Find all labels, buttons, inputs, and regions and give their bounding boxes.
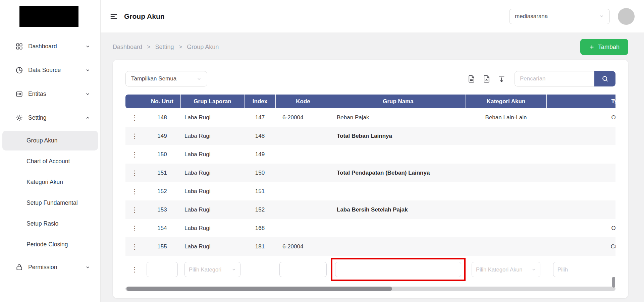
data-card: Tampilkan Semua	[113, 60, 628, 298]
annotation-highlight-box	[331, 258, 466, 281]
cell-grup_laporan: Laba Rugi	[180, 237, 245, 256]
form-index-cell	[245, 256, 275, 283]
menu-toggle-icon[interactable]	[109, 12, 118, 21]
cell-grup_laporan: Laba Rugi	[180, 182, 245, 200]
form-kategori-akun-select[interactable]: Pilih Kategori Akun	[472, 262, 540, 277]
horizontal-scrollbar[interactable]	[125, 287, 615, 291]
sidebar-item-label: Setting	[28, 114, 85, 121]
cell-type	[546, 145, 615, 164]
form-type-select[interactable]: Pilih	[553, 262, 615, 277]
breadcrumb-item-setting[interactable]: Setting	[155, 44, 174, 51]
row-menu-icon[interactable]: ⋮	[129, 168, 140, 178]
cell-grup_laporan: Laba Rugi	[180, 127, 245, 145]
row-actions-cell: ⋮	[125, 219, 144, 237]
row-menu-icon[interactable]: ⋮	[129, 187, 140, 196]
cell-kode	[275, 145, 331, 164]
cell-grup_nama	[331, 182, 466, 200]
col-grup-laporan: Grup Laporan	[180, 95, 245, 108]
sidebar-item-data-source[interactable]: Data Source	[0, 58, 100, 82]
form-no-urut-input[interactable]	[147, 262, 178, 277]
cell-index: 168	[245, 219, 275, 237]
cell-index: 181	[245, 237, 275, 256]
sidebar-item-permission[interactable]: Permission	[0, 255, 100, 279]
row-actions-cell: ⋮	[125, 127, 144, 145]
horizontal-scrollbar-thumb[interactable]	[126, 287, 392, 291]
form-grup-nama-input[interactable]	[335, 262, 461, 277]
cell-kode: 6-20004	[275, 108, 331, 127]
search-button[interactable]	[594, 71, 615, 86]
sidebar-item-label: Permission	[28, 264, 85, 271]
search-input[interactable]	[515, 71, 594, 86]
row-menu-icon[interactable]: ⋮	[129, 265, 140, 274]
cell-grup_nama	[331, 237, 466, 256]
cell-grup_nama: Laba Bersih Setelah Pajak	[331, 200, 466, 219]
row-menu-icon[interactable]: ⋮	[129, 224, 140, 233]
sidebar-item-setting[interactable]: Setting	[0, 106, 100, 130]
new-entry-form-row: ⋮ Pilih Kategori	[125, 256, 615, 283]
form-actions-cell: ⋮	[125, 256, 144, 283]
row-menu-icon[interactable]: ⋮	[129, 242, 140, 251]
sidebar-subitem-periode-closing[interactable]: Periode Closing	[2, 235, 98, 254]
row-actions-cell: ⋮	[125, 237, 144, 256]
sidebar-subitem-setup-rasio[interactable]: Setup Rasio	[2, 214, 98, 234]
sidebar-subitem-kategori-akun[interactable]: Kategori Akun	[2, 172, 98, 192]
topbar: Group Akun mediasarana	[101, 0, 644, 33]
col-actions	[125, 95, 144, 108]
setting-submenu: Group Akun Chart of Account Kategori Aku…	[0, 131, 100, 254]
row-menu-icon[interactable]: ⋮	[129, 113, 140, 122]
import-icon[interactable]	[497, 75, 506, 83]
show-filter-select[interactable]: Tampilkan Semua	[125, 71, 207, 86]
pdf-export-icon[interactable]	[467, 75, 476, 83]
form-kode-cell	[275, 256, 331, 283]
chevron-down-icon	[531, 267, 536, 272]
form-grup-laporan-cell: Pilih Kategori	[180, 256, 245, 283]
plus-icon	[589, 44, 595, 50]
form-grup-nama-cell	[331, 256, 466, 283]
table-header-row: No. Urut Grup Laporan Index Kode Grup Na…	[125, 95, 615, 108]
chevron-down-icon	[197, 76, 202, 81]
row-menu-icon[interactable]: ⋮	[129, 205, 140, 215]
form-kategori-akun-cell: Pilih Kategori Akun	[466, 256, 546, 283]
cell-index: 149	[245, 145, 275, 164]
cell-index: 152	[245, 200, 275, 219]
col-kategori-akun: Kategori Akun	[466, 95, 546, 108]
sidebar-subitem-group-akun[interactable]: Group Akun	[2, 131, 98, 150]
subitem-label: Kategori Akun	[26, 179, 63, 186]
chevron-down-icon	[599, 14, 604, 19]
company-select[interactable]: mediasarana	[509, 9, 610, 24]
cell-kode	[275, 164, 331, 182]
dashboard-grid-icon	[15, 43, 23, 50]
breadcrumb-separator: >	[147, 44, 151, 51]
table-row: ⋮151Laba Rugi150Total Pendapatan (Beban)…	[125, 164, 615, 182]
filter-select-value: Tampilkan Semua	[131, 75, 176, 82]
table-body: ⋮148Laba Rugi1476-20004Beban PajakBeban …	[125, 108, 615, 256]
sidebar-subitem-setup-fundamental[interactable]: Setup Fundamental	[2, 193, 98, 213]
sidebar-item-label: Entitas	[28, 90, 85, 98]
chevron-down-icon	[231, 267, 236, 272]
sidebar-item-label: Dashboard	[28, 43, 85, 50]
col-kode: Kode	[275, 95, 331, 108]
chevron-up-icon	[85, 115, 90, 120]
breadcrumb-item-dashboard[interactable]: Dashboard	[113, 44, 142, 51]
breadcrumb: Dashboard > Setting > Group Akun	[113, 44, 219, 51]
row-menu-icon[interactable]: ⋮	[129, 150, 140, 159]
user-avatar[interactable]	[618, 8, 635, 25]
cell-no_urut: 155	[144, 237, 180, 256]
add-button[interactable]: Tambah	[580, 39, 628, 55]
col-no-urut: No. Urut	[144, 95, 180, 108]
sidebar-item-dashboard[interactable]: Dashboard	[0, 35, 100, 58]
form-grup-laporan-select[interactable]: Pilih Kategori	[184, 262, 240, 277]
sidebar-subitem-chart-of-account[interactable]: Chart of Account	[2, 152, 98, 171]
cell-index: 150	[245, 164, 275, 182]
row-actions-cell: ⋮	[125, 145, 144, 164]
chevron-down-icon	[85, 44, 90, 49]
cell-no_urut: 148	[144, 108, 180, 127]
sidebar-item-entitas[interactable]: Entitas	[0, 82, 100, 106]
row-menu-icon[interactable]: ⋮	[129, 131, 140, 141]
content: Dashboard > Setting > Group Akun Tambah …	[101, 33, 644, 302]
form-kode-input[interactable]	[279, 262, 327, 277]
vertical-scrollbar-thumb[interactable]	[612, 277, 615, 288]
excel-export-icon[interactable]	[482, 75, 491, 83]
table-row: ⋮152Laba Rugi151	[125, 182, 615, 200]
cell-type: Ot	[546, 219, 615, 237]
